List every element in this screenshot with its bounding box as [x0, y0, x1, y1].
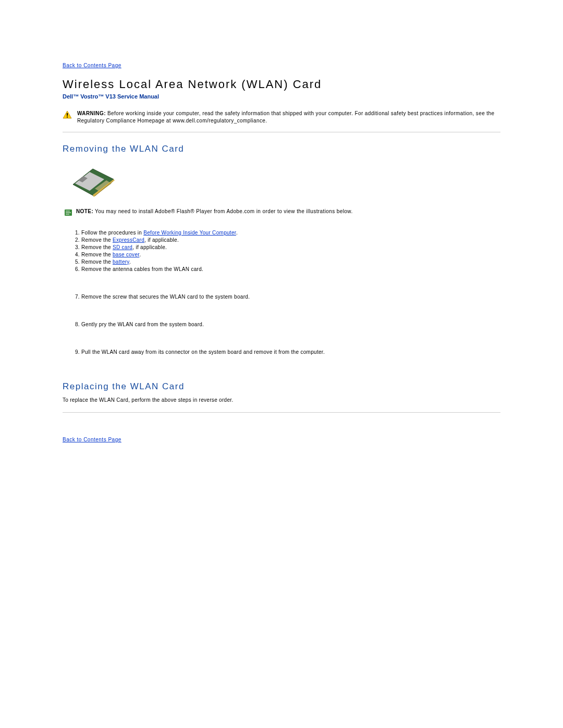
- back-to-contents-link-top[interactable]: Back to Contents Page: [63, 63, 121, 68]
- divider-bottom: [63, 412, 500, 413]
- document-page: Back to Contents Page Wireless Local Are…: [0, 0, 563, 442]
- link-battery[interactable]: battery: [113, 259, 129, 265]
- warning-triangle-icon: [63, 110, 72, 120]
- svg-rect-2: [67, 117, 68, 118]
- page-title: Wireless Local Area Network (WLAN) Card: [63, 78, 500, 91]
- divider: [63, 132, 500, 132]
- link-expresscard[interactable]: ExpressCard: [113, 237, 144, 243]
- note-text: NOTE: You may need to install Adobe® Fla…: [76, 208, 353, 214]
- section-title-replacing: Replacing the WLAN Card: [63, 381, 500, 392]
- step-1: Follow the procedures in Before Working …: [81, 229, 500, 236]
- step-6: Remove the antenna cables from the WLAN …: [81, 266, 500, 273]
- removal-steps-list: Follow the procedures in Before Working …: [72, 229, 500, 355]
- link-sd-card[interactable]: SD card: [113, 244, 132, 250]
- section-title-removing: Removing the WLAN Card: [63, 144, 500, 154]
- step-2: Remove the ExpressCard, if applicable.: [81, 237, 500, 243]
- step-9: Pull the WLAN card away from its connect…: [81, 349, 500, 355]
- note-block: NOTE: You may need to install Adobe® Fla…: [65, 208, 500, 217]
- subtitle: Dell™ Vostro™ V13 Service Manual: [63, 93, 500, 100]
- svg-rect-1: [67, 113, 68, 116]
- link-before-working[interactable]: Before Working Inside Your Computer: [143, 230, 236, 236]
- replacing-text: To replace the WLAN Card, perform the ab…: [63, 397, 500, 403]
- step-8: Gently pry the WLAN card from the system…: [81, 321, 500, 328]
- step-3: Remove the SD card, if applicable.: [81, 244, 500, 251]
- warning-text: WARNING: Before working inside your comp…: [77, 110, 500, 125]
- wlan-card-image: [64, 159, 500, 201]
- step-4: Remove the base cover.: [81, 251, 500, 258]
- note-icon: [65, 209, 72, 217]
- step-5: Remove the battery.: [81, 258, 500, 265]
- back-to-contents-link-bottom[interactable]: Back to Contents Page: [63, 437, 121, 442]
- warning-block: WARNING: Before working inside your comp…: [63, 110, 500, 125]
- step-7: Remove the screw that secures the WLAN c…: [81, 293, 500, 300]
- link-base-cover[interactable]: base cover: [113, 252, 139, 257]
